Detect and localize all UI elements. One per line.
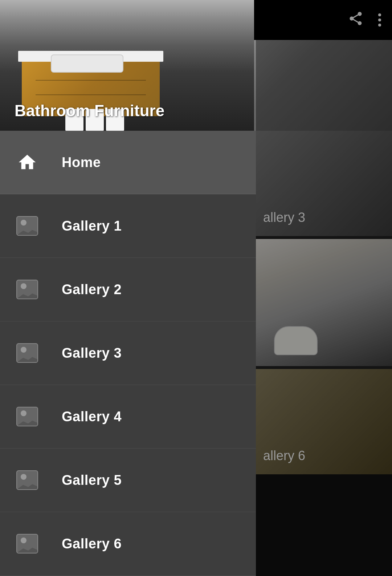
drawer-item-gallery3[interactable]: Gallery 3	[0, 321, 256, 385]
drawer-gallery5-label: Gallery 5	[62, 472, 122, 488]
gallery4-icon	[15, 404, 40, 429]
dim-overlay	[256, 0, 392, 576]
drawer-gallery3-label: Gallery 3	[62, 345, 122, 361]
drawer-gallery6-label: Gallery 6	[62, 536, 122, 552]
drawer-item-gallery6[interactable]: Gallery 6	[0, 512, 256, 576]
drawer-gallery1-label: Gallery 1	[62, 218, 122, 234]
drawer-item-gallery4[interactable]: Gallery 4	[0, 385, 256, 449]
hero-image: Bathroom Furniture	[0, 0, 254, 131]
gallery2-icon	[15, 277, 40, 302]
gallery3-icon	[15, 340, 40, 366]
navigation-drawer: Home Gallery 1 Gallery 2 Gallery 3 Galle…	[0, 131, 256, 576]
hero-title: Bathroom Furniture	[15, 102, 164, 120]
home-icon	[15, 150, 40, 175]
drawer-item-home[interactable]: Home	[0, 131, 256, 194]
gallery6-icon	[15, 531, 40, 556]
gallery1-icon	[15, 213, 40, 239]
drawer-item-gallery2[interactable]: Gallery 2	[0, 258, 256, 321]
drawer-home-label: Home	[62, 155, 101, 170]
drawer-item-gallery1[interactable]: Gallery 1	[0, 194, 256, 258]
gallery5-icon	[15, 467, 40, 493]
drawer-gallery4-label: Gallery 4	[62, 409, 122, 425]
drawer-item-gallery5[interactable]: Gallery 5	[0, 449, 256, 512]
drawer-gallery2-label: Gallery 2	[62, 282, 122, 297]
